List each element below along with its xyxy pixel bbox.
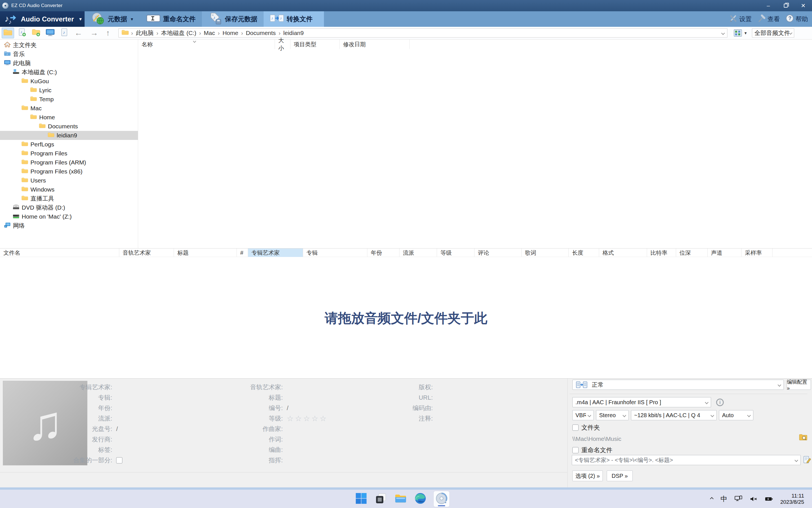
edit-pattern-icon[interactable] bbox=[803, 456, 811, 464]
profile-dropdown[interactable]: 正常 bbox=[572, 380, 784, 390]
restore-button[interactable] bbox=[777, 0, 795, 11]
nav-quick-add-folder-button[interactable] bbox=[30, 28, 42, 38]
track-column-header[interactable]: 文件名 bbox=[0, 249, 119, 257]
track-column-header[interactable]: # bbox=[237, 249, 248, 257]
output-path[interactable]: \\Mac\Home\Music bbox=[572, 435, 621, 442]
tree-item--[interactable]: ♪音乐 bbox=[0, 50, 138, 59]
nav-quick-this-pc-button[interactable] bbox=[44, 28, 56, 38]
track-column-header[interactable]: 评论 bbox=[475, 249, 522, 257]
track-column-header[interactable]: 声道 bbox=[708, 249, 741, 257]
toolbar-button-settings[interactable]: 设置 bbox=[727, 14, 754, 24]
samplerate-dropdown[interactable]: Auto bbox=[719, 410, 753, 420]
tree-item-Program-Files[interactable]: Program Files bbox=[0, 149, 138, 158]
close-button[interactable]: ✕ bbox=[795, 0, 812, 11]
drop-zone[interactable]: 请拖放音频文件/文件夹于此 bbox=[0, 257, 812, 378]
tree-item-Users[interactable]: Users bbox=[0, 176, 138, 185]
nav-quick-audio-file-button[interactable]: ♪ bbox=[58, 28, 71, 38]
tree-item-Home-on-Mac-Z-[interactable]: Home on 'Mac' (Z:) bbox=[0, 212, 138, 221]
tree-item-Home[interactable]: Home bbox=[0, 113, 138, 122]
ime-indicator[interactable]: 中 bbox=[720, 495, 727, 504]
network-icon[interactable] bbox=[734, 496, 742, 502]
battery-charging-icon[interactable] bbox=[765, 496, 773, 502]
breadcrumb-segment[interactable]: Documents bbox=[244, 30, 277, 36]
codec-info-icon[interactable]: i bbox=[716, 398, 724, 406]
chevron-down-icon[interactable] bbox=[721, 31, 725, 35]
taskbar-app-task-view[interactable] bbox=[374, 493, 388, 505]
tree-item--C-[interactable]: 本地磁盘 (C:) bbox=[0, 68, 138, 77]
view-mode-button[interactable]: ▼ bbox=[734, 29, 748, 37]
tree-item-Lyric[interactable]: Lyric bbox=[0, 86, 138, 95]
hidden-icons-chevron[interactable] bbox=[710, 497, 714, 501]
breadcrumb[interactable]: ›此电脑›本地磁盘 (C:)›Mac›Home›Documents›leidia… bbox=[119, 29, 727, 38]
rating-stars[interactable]: ☆☆☆☆☆ bbox=[287, 414, 328, 423]
browse-folder-icon[interactable] bbox=[799, 433, 808, 441]
track-column-header[interactable] bbox=[772, 249, 812, 257]
track-column-header[interactable]: 长度 bbox=[569, 249, 599, 257]
dsp-button[interactable]: DSP » bbox=[607, 470, 633, 481]
channels-dropdown[interactable]: Stereo bbox=[596, 410, 629, 420]
track-column-header[interactable]: 专辑 bbox=[303, 249, 367, 257]
toolbar-button-metadata[interactable]: 元数据▼ bbox=[85, 11, 140, 27]
rename-checkbox[interactable] bbox=[572, 447, 579, 453]
breadcrumb-segment[interactable]: leidian9 bbox=[282, 30, 305, 36]
tree-item-Program-Files-x86-[interactable]: Program Files (x86) bbox=[0, 167, 138, 176]
rename-pattern-dropdown[interactable]: <专辑艺术家> - <专辑>\<编号>. <标题> bbox=[572, 455, 801, 465]
bitrate-quality-dropdown[interactable]: ~128 kbit/s | AAC-LC | Q 4 bbox=[631, 410, 717, 420]
taskbar-app-start[interactable] bbox=[355, 493, 368, 505]
track-column-header[interactable]: 格式 bbox=[599, 249, 647, 257]
edit-profile-button[interactable]: 编辑配置 » bbox=[786, 380, 811, 390]
track-column-header[interactable]: 采样率 bbox=[741, 249, 772, 257]
track-column-header[interactable]: 比特率 bbox=[647, 249, 676, 257]
tree-item--[interactable]: 此电脑 bbox=[0, 59, 138, 68]
breadcrumb-segment[interactable]: 本地磁盘 (C:) bbox=[159, 29, 198, 37]
file-column-header[interactable]: 名称 bbox=[138, 40, 275, 49]
app-mode-menu[interactable]: ♪♪ Audio Converter ▼ bbox=[0, 11, 85, 27]
toolbar-button-view[interactable]: 查看 bbox=[755, 14, 782, 24]
tree-item-Program-Files-ARM-[interactable]: Program Files (ARM) bbox=[0, 158, 138, 167]
tree-item-Documents[interactable]: Documents bbox=[0, 122, 138, 131]
track-column-header[interactable]: 音轨艺术家 bbox=[119, 249, 174, 257]
track-column-header[interactable]: 年份 bbox=[367, 249, 400, 257]
nav-quick-new-folder-button[interactable] bbox=[2, 28, 14, 38]
tree-item--[interactable]: 网络 bbox=[0, 221, 138, 230]
file-column-header[interactable]: 修改日期 bbox=[340, 40, 410, 49]
tree-item-PerfLogs[interactable]: PerfLogs bbox=[0, 140, 138, 149]
breadcrumb-segment[interactable]: Home bbox=[221, 30, 240, 36]
tree-item-Mac[interactable]: Mac bbox=[0, 104, 138, 113]
taskbar-app-file-explorer[interactable] bbox=[394, 493, 407, 505]
nav-quick-add-audio-file-button[interactable]: ♪ bbox=[16, 28, 28, 38]
tree-item--[interactable]: 主文件夹 bbox=[0, 41, 138, 50]
toolbar-button-help[interactable]: ?帮助 bbox=[783, 14, 810, 24]
forward-button[interactable]: → bbox=[86, 29, 102, 38]
toolbar-button-convert-files[interactable]: ♪♪转换文件 bbox=[264, 11, 324, 27]
track-column-header[interactable]: 标题 bbox=[174, 249, 237, 257]
tree-item--[interactable]: 直播工具 bbox=[0, 194, 138, 203]
tree-item-KuGou[interactable]: KuGou bbox=[0, 77, 138, 86]
compilation-checkbox[interactable] bbox=[116, 457, 122, 463]
tree-item-Windows[interactable]: Windows bbox=[0, 185, 138, 194]
options-button[interactable]: 选项 (2) » bbox=[572, 470, 603, 481]
minimize-button[interactable]: – bbox=[760, 0, 777, 11]
toolbar-button-save-metadata[interactable]: ♪保存元数据 bbox=[202, 11, 264, 27]
metadata-field-value[interactable]: / bbox=[287, 405, 298, 412]
up-button[interactable]: ↑ bbox=[102, 29, 114, 38]
bitrate-mode-dropdown[interactable]: VBR bbox=[572, 410, 594, 420]
track-column-header[interactable]: 流派 bbox=[400, 249, 437, 257]
folder-checkbox[interactable] bbox=[572, 424, 579, 431]
breadcrumb-segment[interactable]: Mac bbox=[202, 30, 217, 36]
file-column-header[interactable]: 大小 bbox=[275, 40, 290, 49]
track-column-header[interactable]: 专辑艺术家 bbox=[248, 249, 303, 257]
track-column-header[interactable]: 位深 bbox=[676, 249, 708, 257]
track-column-header[interactable]: 等级 bbox=[437, 249, 475, 257]
taskbar-app-edge[interactable] bbox=[414, 493, 427, 505]
breadcrumb-segment[interactable]: 此电脑 bbox=[134, 29, 155, 37]
tree-item-leidian9[interactable]: leidian9 bbox=[0, 131, 138, 140]
taskbar-clock[interactable]: 11:11 2023/8/25 bbox=[780, 493, 804, 505]
tree-item-Temp[interactable]: Temp bbox=[0, 95, 138, 104]
metadata-field-value[interactable]: / bbox=[116, 425, 127, 433]
volume-muted-icon[interactable] bbox=[750, 496, 758, 502]
file-type-filter[interactable]: 全部音频文件 bbox=[752, 29, 794, 38]
tree-item-DVD-D-[interactable]: DVD 驱动器 (D:) bbox=[0, 203, 138, 212]
toolbar-button-rename-files[interactable]: 重命名文件 bbox=[140, 11, 202, 27]
back-button[interactable]: ← bbox=[71, 29, 86, 38]
